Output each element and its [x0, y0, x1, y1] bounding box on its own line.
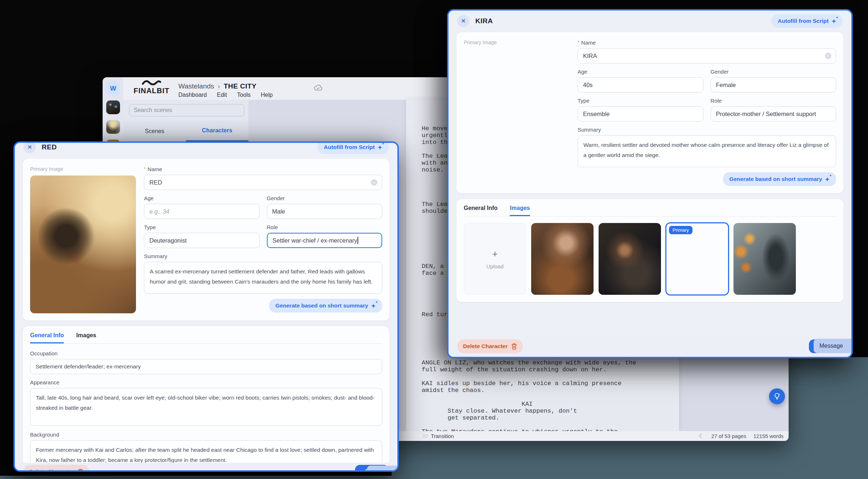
primary-image[interactable] [30, 176, 136, 313]
upload-image-button[interactable]: + Upload [464, 223, 526, 295]
character-images-card: General Info Images + Upload Primary [456, 199, 843, 302]
tab-images[interactable]: Images [76, 332, 96, 343]
moon-icon[interactable]: ☾ [699, 433, 704, 439]
age-group: Age 40s [578, 69, 703, 98]
image-tiles-row: + Upload Primary [464, 223, 836, 295]
character-form: *Name KIRA ✕ Age 40s Gender Female [578, 40, 836, 186]
transition-chip[interactable]: ⌷⌷ Transition [422, 433, 454, 439]
type-field[interactable]: Deuteragonist [144, 233, 260, 248]
delete-label: Delete Character [29, 468, 74, 472]
search-input[interactable]: Search scenes [129, 104, 244, 116]
tab-scenes[interactable]: Scenes [123, 121, 186, 141]
role-field[interactable]: Protector-mother / Settlement support [711, 106, 836, 121]
age-group: Age e.g., 34 [144, 195, 260, 224]
tab-general-info[interactable]: General Info [30, 332, 64, 343]
generate-summary-button[interactable]: Generate based on short summary ✦✦ [723, 172, 836, 186]
name-label: *Name [578, 40, 836, 46]
name-field[interactable]: KIRA ✕ [578, 48, 836, 63]
menu-edit[interactable]: Edit [217, 92, 227, 98]
delete-character-button[interactable]: Delete Character [24, 465, 89, 472]
tab-general-info[interactable]: General Info [464, 205, 497, 216]
gender-field[interactable]: Male [267, 204, 383, 219]
dialog-header: ✕ RED Autofill from Script ✦✦ [15, 141, 397, 157]
statusbar-metrics: ☾ 27 of 53 pages 12155 words [699, 433, 784, 439]
required-asterisk: * [578, 40, 579, 45]
clear-icon[interactable]: ✕ [825, 53, 831, 59]
desktop-background-strip [0, 476, 868, 479]
delete-character-button[interactable]: Delete Character [457, 339, 523, 353]
menu-help[interactable]: Help [261, 92, 273, 98]
finalbit-logo: FINALBIT [133, 80, 170, 95]
kira-character-dialog: ✕ KIRA Autofill from Script ✦✦ Primary I… [447, 9, 853, 358]
autofill-from-script-button[interactable]: Autofill from Script ✦✦ [771, 14, 843, 28]
character-image-tile-primary[interactable]: Primary [666, 223, 728, 295]
role-group: Role Protector-mother / Settlement suppo… [711, 98, 836, 127]
type-value: Ensemble [583, 111, 609, 117]
plus-icon: + [492, 248, 497, 260]
age-field[interactable]: e.g., 34 [144, 204, 260, 219]
background-label: Background [30, 431, 382, 438]
upload-label: Upload [486, 263, 504, 269]
dialog-footer: Delete Character Save [15, 463, 397, 472]
role-label: Role [711, 98, 836, 104]
dialog-title: KIRA [475, 17, 493, 25]
cloud-sync-icon[interactable] [313, 83, 323, 94]
project-thumbnail[interactable] [106, 100, 120, 114]
generate-label: Generate based on short summary [729, 176, 822, 182]
autofill-label: Autofill from Script [778, 18, 828, 24]
project-thumbnail[interactable] [106, 120, 120, 134]
workspace-avatar[interactable]: W [106, 82, 120, 95]
trash-icon [511, 343, 517, 350]
gender-label: Gender [711, 69, 836, 75]
gender-field[interactable]: Female [711, 77, 836, 92]
tab-images[interactable]: Images [510, 205, 530, 216]
breadcrumb-project[interactable]: Wastelands [178, 82, 214, 90]
chevron-right-icon: › [218, 82, 220, 90]
character-image-tile[interactable] [531, 223, 594, 295]
page-count: 27 of 53 pages [711, 433, 746, 439]
primary-image[interactable] [464, 49, 570, 185]
type-label: Type [578, 98, 703, 104]
gender-label: Gender [267, 195, 383, 201]
delete-label: Delete Character [463, 343, 508, 350]
menu-dashboard[interactable]: Dashboard [178, 92, 207, 98]
name-value: RED [149, 179, 162, 186]
type-group: Type Ensemble [578, 98, 703, 127]
character-form: *Name RED ✕ Age e.g., 34 Gender Male [144, 166, 382, 313]
message-tooltip[interactable] [367, 466, 399, 472]
age-field[interactable]: 40s [578, 77, 703, 92]
message-tooltip[interactable]: Message [814, 339, 853, 353]
name-field[interactable]: RED ✕ [144, 175, 382, 190]
close-icon[interactable]: ✕ [24, 141, 36, 153]
generate-summary-button[interactable]: Generate based on short summary ✦✦ [269, 299, 382, 313]
character-profile-card: Primary Image *Name RED ✕ Age e.g., 34 G… [23, 159, 389, 321]
character-general-info-card: General Info Images Occupation Settlemen… [23, 326, 389, 472]
appearance-field[interactable]: Tall, late 40s, long hair and beard, sca… [30, 388, 382, 426]
dialog-footer: Delete Character Save Message [449, 336, 851, 358]
age-label: Age [578, 69, 703, 75]
logo-text: FINALBIT [133, 87, 170, 95]
primary-image-column: Primary Image [30, 166, 136, 313]
logo-squiggle-icon [142, 80, 161, 85]
type-field[interactable]: Ensemble [578, 106, 703, 121]
ai-suggestion-button[interactable] [769, 388, 785, 404]
menu-tools[interactable]: Tools [237, 92, 251, 98]
summary-field[interactable]: A scarred ex-mercenary turned settlement… [144, 262, 382, 294]
character-image-tile[interactable] [733, 223, 796, 295]
name-label: *Name [144, 166, 382, 172]
clear-icon[interactable]: ✕ [371, 179, 377, 186]
trash-icon [78, 468, 83, 472]
occupation-field[interactable]: Settlement defender/leader; ex-mercenary [30, 359, 382, 374]
menu-bar: Dashboard Edit Tools Help [178, 92, 273, 98]
summary-field[interactable]: Warm, resilient settler and devoted moth… [578, 135, 836, 167]
role-field-focused[interactable]: Settler war-chief / ex-mercenary [267, 233, 383, 248]
tab-characters[interactable]: Characters [186, 121, 249, 141]
autofill-label: Autofill from Script [324, 144, 375, 150]
generate-label: Generate based on short summary [276, 302, 368, 309]
character-image-tile[interactable] [599, 223, 661, 295]
occupation-label: Occupation [30, 350, 382, 356]
sparkle-icon: ✦✦ [825, 177, 830, 182]
close-icon[interactable]: ✕ [457, 15, 470, 27]
autofill-from-script-button[interactable]: Autofill from Script ✦✦ [317, 141, 389, 154]
text-cursor [357, 237, 358, 244]
